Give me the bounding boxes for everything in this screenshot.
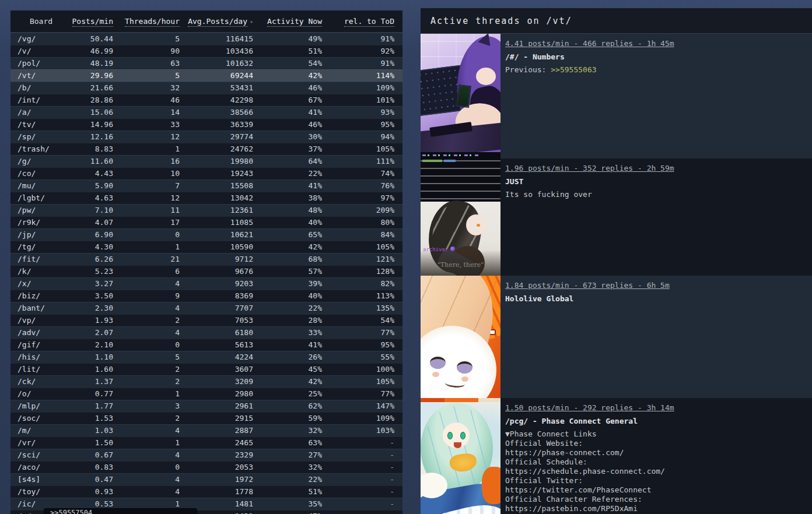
board-row-lit[interactable]: /lit/1.602360745%100% <box>10 363 402 375</box>
posts-min-cell: 0.83 <box>72 461 116 473</box>
activity-now-cell: 65% <box>260 228 327 241</box>
posts-min-cell: 6.90 <box>72 228 116 241</box>
board-row-k[interactable]: /k/5.236967657%128% <box>10 265 402 277</box>
board-row-b[interactable]: /b/21.66325343146%109% <box>10 82 402 94</box>
posts-min-cell: 15.06 <box>72 106 116 118</box>
column-header-activity-now[interactable]: Activity Now <box>260 10 327 33</box>
threads-hour-cell: 1 <box>116 388 184 400</box>
posts-min-cell: 1.37 <box>72 375 116 388</box>
thread-stats-link[interactable]: 1.50 posts/min - 292 replies - 3h 14m <box>505 403 674 412</box>
board-row-sp[interactable]: /sp/12.16122977430%94% <box>10 131 402 143</box>
board-row-adv[interactable]: /adv/2.074618033%77% <box>10 326 402 339</box>
board-row-sci[interactable]: /sci/0.674232927%- <box>10 449 402 461</box>
thread-body-line: ▼Phase Connect Links <box>505 429 674 439</box>
board-row-his[interactable]: /his/1.105422426%55% <box>10 351 402 363</box>
avg-posts-day-cell: 2329 <box>184 449 260 461</box>
board-row-tv[interactable]: /tv/14.96333633946%95% <box>10 118 402 131</box>
board-row-vr[interactable]: /vr/1.501246563%- <box>10 436 402 449</box>
threads-hour-cell: 16 <box>116 155 184 167</box>
thread-stats-link[interactable]: 1.84 posts/min - 673 replies - 6h 5m <box>505 281 670 290</box>
board-row-gif[interactable]: /gif/2.100561341%95% <box>10 339 402 351</box>
board-row-mu[interactable]: /mu/5.9071550841%76% <box>10 179 402 192</box>
threads-hour-cell: 21 <box>116 253 184 265</box>
board-row-m[interactable]: /m/1.034288732%103% <box>10 424 402 436</box>
posts-min-cell: 28.86 <box>72 94 116 106</box>
board-row-o[interactable]: /o/0.771298025%77% <box>10 388 402 400</box>
board-row-aco[interactable]: /aco/0.830205332%- <box>10 461 402 473</box>
board-row-biz[interactable]: /biz/3.509836940%113% <box>10 290 402 302</box>
board-row-ck[interactable]: /ck/1.372320942%105% <box>10 375 402 388</box>
rel-to-tod-cell: 147% <box>327 400 398 412</box>
threads-hour-cell: 4 <box>116 277 184 290</box>
activity-now-cell: 42% <box>260 375 327 388</box>
thread-stats-link[interactable]: 4.41 posts/min - 466 replies - 1h 45m <box>505 39 674 48</box>
rel-to-tod-cell: 101% <box>327 94 398 106</box>
phase-connect-maid-thumbnail[interactable] <box>421 398 501 514</box>
activity-now-cell: 37% <box>260 143 327 155</box>
board-row-s4s[interactable]: [s4s]0.474197222%- <box>10 473 402 485</box>
avg-posts-day-cell: 9203 <box>184 277 260 290</box>
board-row-g[interactable]: /g/11.60161998064%111% <box>10 155 402 167</box>
activity-now-cell: 47% <box>260 510 327 514</box>
thread-stats-link[interactable]: 1.96 posts/min - 352 replies - 2h 59m <box>505 164 674 172</box>
board-row-toy[interactable]: /toy/0.934177851%- <box>10 485 402 498</box>
posts-min-cell: 4.43 <box>72 167 116 179</box>
board-row-v[interactable]: /v/46.999010343651%92% <box>10 45 402 57</box>
thread-text: 1.50 posts/min - 292 replies - 3h 14m/pc… <box>501 398 680 514</box>
board-row-mlp[interactable]: /mlp/1.773296162%147% <box>10 400 402 412</box>
rel-to-tod-cell: 121% <box>327 253 398 265</box>
column-header-avg-posts-day[interactable]: Avg.Posts/day▾ <box>184 10 260 33</box>
kiara-hand-thumbnail[interactable] <box>421 276 501 398</box>
column-header-rel-to-tod[interactable]: rel. to ToD <box>327 10 398 33</box>
quote-link[interactable]: >>59555063 <box>551 65 596 74</box>
posts-min-cell: 2.10 <box>72 339 116 351</box>
column-header-label: Posts/min <box>72 17 113 27</box>
board-row-x[interactable]: /x/3.274920339%82% <box>10 277 402 290</box>
board-row-tg[interactable]: /tg/4.3011059042%105% <box>10 241 402 253</box>
avg-posts-day-cell: 103436 <box>184 45 260 57</box>
board-cell: [s4s] <box>10 473 72 485</box>
threads-hour-cell: 10 <box>116 167 184 179</box>
thread-subject: /pcg/ - Phase Connect General <box>505 417 674 425</box>
board-row-int[interactable]: /int/28.86464229867%101% <box>10 94 402 106</box>
avg-posts-day-cell: 11085 <box>184 216 260 228</box>
posts-min-cell: 4.30 <box>72 241 116 253</box>
column-header-posts-min[interactable]: Posts/min <box>72 10 116 33</box>
board-row-fit[interactable]: /fit/6.2621971268%121% <box>10 253 402 265</box>
board-row-bant[interactable]: /bant/2.304770722%135% <box>10 302 402 314</box>
board-row-trash[interactable]: /trash/8.8312476237%105% <box>10 143 402 155</box>
posts-min-cell: 12.16 <box>72 131 116 143</box>
board-cell: /r9k/ <box>10 216 72 228</box>
board-row-co[interactable]: /co/4.43101924322%74% <box>10 167 402 179</box>
board-row-vg[interactable]: /vg/50.44511641549%91% <box>10 33 402 45</box>
rel-to-tod-cell: 113% <box>327 290 398 302</box>
board-row-a[interactable]: /a/15.06143856641%93% <box>10 106 402 118</box>
board-row-vp[interactable]: /vp/1.932705328%54% <box>10 314 402 326</box>
board-row-vt[interactable]: /vt/29.9656924442%114% <box>10 69 402 82</box>
t1-strip-shape <box>421 152 501 159</box>
activity-now-cell: 57% <box>260 265 327 277</box>
avg-posts-day-cell: 12361 <box>184 204 260 216</box>
t1-phone-shape <box>456 85 471 108</box>
avg-posts-day-cell: 7707 <box>184 302 260 314</box>
purple-vtuber-at-desk-thumbnail[interactable] <box>421 34 501 159</box>
shiori-hug-thumbnail[interactable]: archiver"There, there" <box>421 159 501 276</box>
board-cell: /mu/ <box>10 179 72 192</box>
board-row-lgbt[interactable]: /lgbt/4.63121304238%97% <box>10 192 402 204</box>
board-row-r9k[interactable]: /r9k/4.07171108540%80% <box>10 216 402 228</box>
board-row-jp[interactable]: /jp/6.9001062165%84% <box>10 228 402 241</box>
rel-to-tod-cell: 80% <box>327 216 398 228</box>
threads-hour-cell: 4 <box>116 424 184 436</box>
activity-now-cell: 46% <box>260 82 327 94</box>
board-row-pol[interactable]: /pol/48.196310163254%91% <box>10 57 402 69</box>
board-row-soc[interactable]: /soc/1.532291559%109% <box>10 412 402 424</box>
board-row-pw[interactable]: /pw/7.10111236148%209% <box>10 204 402 216</box>
rel-to-tod-cell: 91% <box>327 33 398 45</box>
avg-posts-day-cell: 1778 <box>184 485 260 498</box>
board-cell: /a/ <box>10 106 72 118</box>
board-cell: /g/ <box>10 155 72 167</box>
avg-posts-day-cell: 2915 <box>184 412 260 424</box>
threads-hour-cell: 90 <box>116 45 184 57</box>
column-header-threads-hour[interactable]: Threads/hour <box>116 10 184 33</box>
rel-to-tod-cell: - <box>327 449 398 461</box>
